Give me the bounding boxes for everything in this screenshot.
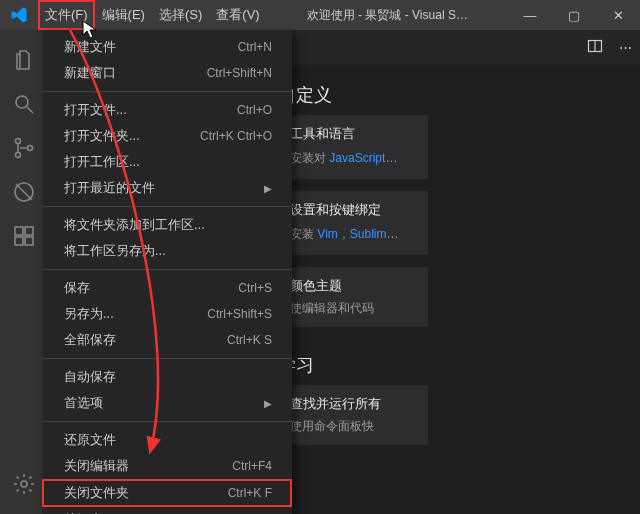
minimize-button[interactable]: — — [508, 0, 552, 30]
file-menu-item-3[interactable]: 打开文件...Ctrl+O — [42, 97, 292, 123]
chevron-right-icon: ▶ — [264, 398, 272, 409]
menu-select[interactable]: 选择(S) — [152, 0, 209, 30]
file-menu-item-11[interactable]: 保存Ctrl+S — [42, 275, 292, 301]
file-menu-item-0[interactable]: 新建文件Ctrl+N — [42, 34, 292, 60]
file-menu-item-18[interactable]: 还原文件 — [42, 427, 292, 453]
maximize-button[interactable]: ▢ — [552, 0, 596, 30]
split-editor-icon[interactable] — [587, 38, 603, 57]
file-menu-dropdown: 新建文件Ctrl+N新建窗口Ctrl+Shift+N打开文件...Ctrl+O打… — [42, 30, 292, 514]
file-menu-item-20[interactable]: 关闭文件夹Ctrl+K F — [42, 479, 292, 507]
section-custom-title: 自定义 — [278, 83, 428, 107]
section-learn-title: 学习 — [278, 353, 428, 377]
svg-rect-8 — [25, 227, 33, 235]
app-logo-icon — [10, 6, 28, 24]
svg-rect-7 — [15, 227, 23, 235]
files-icon[interactable] — [0, 38, 48, 82]
svg-rect-10 — [25, 237, 33, 245]
menu-edit[interactable]: 编辑(E) — [95, 0, 152, 30]
menu-bar: 文件(F) 编辑(E) 选择(S) 查看(V) — [38, 0, 267, 30]
file-menu-item-5[interactable]: 打开工作区... — [42, 149, 292, 175]
svg-point-0 — [16, 96, 28, 108]
window-title: 欢迎使用 - 果贸城 - Visual S… — [267, 7, 508, 24]
gear-icon[interactable] — [0, 462, 48, 506]
menu-view[interactable]: 查看(V) — [209, 0, 266, 30]
file-menu-item-6[interactable]: 打开最近的文件▶ — [42, 175, 292, 201]
file-menu-item-16[interactable]: 首选项▶ — [42, 390, 292, 416]
file-menu-item-21[interactable]: 关闭窗口Ctrl+Shift+W — [42, 507, 292, 514]
activity-bar — [0, 30, 48, 514]
file-menu-item-15[interactable]: 自动保存 — [42, 364, 292, 390]
svg-line-1 — [27, 107, 33, 113]
file-menu-item-12[interactable]: 另存为...Ctrl+Shift+S — [42, 301, 292, 327]
svg-point-3 — [16, 153, 21, 158]
file-menu-item-8[interactable]: 将文件夹添加到工作区... — [42, 212, 292, 238]
file-menu-item-13[interactable]: 全部保存Ctrl+K S — [42, 327, 292, 353]
menu-file[interactable]: 文件(F) — [38, 0, 95, 30]
title-bar: 文件(F) 编辑(E) 选择(S) 查看(V) 欢迎使用 - 果贸城 - Vis… — [0, 0, 640, 30]
card-find-run-commands[interactable]: 查找并运行所有 使用命令面板快 — [278, 385, 428, 445]
file-menu-item-1[interactable]: 新建窗口Ctrl+Shift+N — [42, 60, 292, 86]
svg-point-2 — [16, 139, 21, 144]
debug-icon[interactable] — [0, 170, 48, 214]
more-icon[interactable]: ⋯ — [619, 40, 632, 55]
file-menu-item-4[interactable]: 打开文件夹...Ctrl+K Ctrl+O — [42, 123, 292, 149]
svg-point-4 — [28, 146, 33, 151]
extensions-icon[interactable] — [0, 214, 48, 258]
chevron-right-icon: ▶ — [264, 183, 272, 194]
card-color-theme[interactable]: 颜色主题 使编辑器和代码 — [278, 267, 428, 327]
file-menu-item-9[interactable]: 将工作区另存为... — [42, 238, 292, 264]
card-tools-languages[interactable]: 工具和语言 安装对 JavaScript… — [278, 115, 428, 179]
search-icon[interactable] — [0, 82, 48, 126]
svg-line-6 — [16, 184, 32, 200]
card-settings-keybindings[interactable]: 设置和按键绑定 安装 Vim，Sublim… — [278, 191, 428, 255]
file-menu-item-19[interactable]: 关闭编辑器Ctrl+F4 — [42, 453, 292, 479]
svg-point-11 — [21, 481, 27, 487]
svg-rect-9 — [15, 237, 23, 245]
close-window-button[interactable]: ✕ — [596, 0, 640, 30]
source-control-icon[interactable] — [0, 126, 48, 170]
